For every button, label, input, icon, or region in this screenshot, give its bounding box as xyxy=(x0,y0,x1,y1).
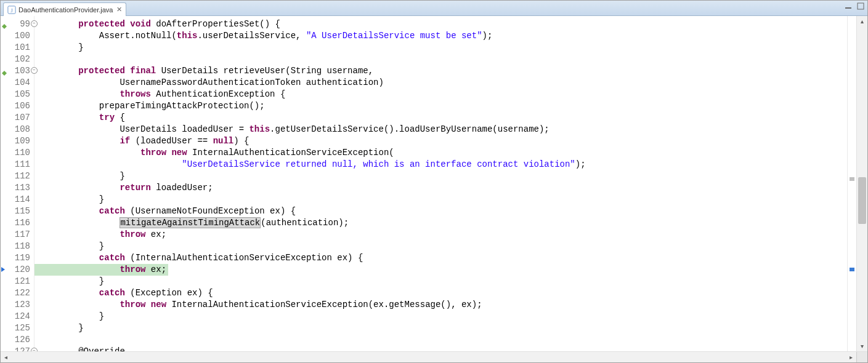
code-line[interactable]: return loadedUser; xyxy=(34,182,847,194)
minimize-view-icon[interactable] xyxy=(844,2,853,10)
editor-tab[interactable]: J DaoAuthenticationProvider.java ✕ xyxy=(3,2,126,16)
code-line[interactable]: } xyxy=(34,322,847,334)
line-number[interactable]: 119 xyxy=(1,252,34,264)
line-number[interactable]: 105 xyxy=(1,89,34,100)
override-marker-icon xyxy=(2,68,7,73)
line-number[interactable]: 114 xyxy=(1,194,34,205)
horizontal-scrollbar[interactable]: ◂ ▸ xyxy=(1,351,867,362)
code-line[interactable]: catch (UsernameNotFoundException ex) { xyxy=(34,205,847,217)
code-line[interactable]: } xyxy=(34,42,847,54)
line-number[interactable]: 109 xyxy=(1,135,34,147)
code-line[interactable]: } xyxy=(34,170,847,182)
tab-bar: J DaoAuthenticationProvider.java ✕ xyxy=(1,1,867,16)
code-line[interactable]: mitigateAgainstTimingAttack(authenticati… xyxy=(34,217,847,229)
line-number[interactable]: 122 xyxy=(1,287,34,299)
code-line[interactable]: "UserDetailsService returned null, which… xyxy=(34,159,847,170)
overview-ruler[interactable] xyxy=(847,16,856,351)
code-line[interactable]: throws AuthenticationException { xyxy=(34,89,847,100)
code-area[interactable]: protected void doAfterPropertiesSet() { … xyxy=(34,16,847,351)
code-line[interactable]: } xyxy=(34,311,847,322)
line-number[interactable]: 110 xyxy=(1,147,34,159)
editor-window-controls xyxy=(844,2,865,10)
code-line[interactable]: throw new InternalAuthenticationServiceE… xyxy=(34,147,847,159)
line-number[interactable]: 112 xyxy=(1,170,34,182)
line-number[interactable]: 99− xyxy=(1,18,34,30)
occurrence-highlight: mitigateAgainstTimingAttack xyxy=(120,217,261,228)
svg-marker-4 xyxy=(2,24,7,29)
code-line[interactable]: prepareTimingAttackProtection(); xyxy=(34,100,847,112)
tab-filename: DaoAuthenticationProvider.java xyxy=(18,6,113,14)
line-number[interactable]: 116 xyxy=(1,217,34,229)
code-line[interactable]: UserDetails loadedUser = this.getUserDet… xyxy=(34,124,847,135)
code-line[interactable]: protected void doAfterPropertiesSet() { xyxy=(34,18,847,30)
scroll-down-arrow-icon[interactable]: ▾ xyxy=(857,341,867,351)
scroll-left-arrow-icon[interactable]: ◂ xyxy=(1,352,11,362)
code-line[interactable]: protected final UserDetails retrieveUser… xyxy=(34,65,847,77)
current-execution-line: throw ex; xyxy=(34,264,168,276)
line-number[interactable]: 125 xyxy=(1,322,34,334)
line-number[interactable]: 100 xyxy=(1,30,34,42)
line-number[interactable]: 106 xyxy=(1,100,34,112)
overview-mark[interactable] xyxy=(850,268,854,271)
overview-mark[interactable] xyxy=(850,177,854,181)
line-number[interactable]: 127− xyxy=(1,346,34,351)
scroll-up-arrow-icon[interactable]: ▴ xyxy=(857,16,867,26)
svg-rect-3 xyxy=(858,3,864,9)
line-number-gutter[interactable]: 99−100101102103−104105106107108109110111… xyxy=(1,16,34,351)
line-number[interactable]: 121 xyxy=(1,276,34,287)
code-line[interactable]: } xyxy=(34,194,847,205)
scrollbar-corner xyxy=(856,352,867,362)
line-number[interactable]: 103− xyxy=(1,65,34,77)
editor-body: 99−100101102103−104105106107108109110111… xyxy=(1,16,867,351)
line-number[interactable]: 111 xyxy=(1,159,34,170)
vertical-scrollbar[interactable]: ▴ ▾ xyxy=(856,16,867,351)
line-number[interactable]: 108 xyxy=(1,124,34,135)
vertical-scroll-thumb[interactable] xyxy=(858,177,866,224)
code-line[interactable]: } xyxy=(34,276,847,287)
line-number[interactable]: 102 xyxy=(1,54,34,65)
code-line[interactable]: throw ex; xyxy=(34,229,847,241)
override-marker-icon xyxy=(2,21,7,26)
code-line[interactable]: if (loadedUser == null) { xyxy=(34,135,847,147)
line-number[interactable]: 104 xyxy=(1,77,34,89)
code-line[interactable] xyxy=(34,334,847,346)
code-line[interactable]: UsernamePasswordAuthenticationToken auth… xyxy=(34,77,847,89)
svg-rect-2 xyxy=(845,7,851,9)
editor-window: J DaoAuthenticationProvider.java ✕ 99−10… xyxy=(0,0,868,363)
close-tab-icon[interactable]: ✕ xyxy=(116,6,122,14)
code-line[interactable] xyxy=(34,54,847,65)
line-number[interactable]: 124 xyxy=(1,311,34,322)
line-number[interactable]: 101 xyxy=(1,42,34,54)
code-line[interactable]: @Override xyxy=(34,346,847,351)
java-file-icon: J xyxy=(7,6,16,14)
scroll-right-arrow-icon[interactable]: ▸ xyxy=(846,352,856,362)
line-number[interactable]: 115 xyxy=(1,205,34,217)
maximize-view-icon[interactable] xyxy=(856,2,865,10)
line-number[interactable]: 117 xyxy=(1,229,34,241)
svg-marker-5 xyxy=(2,71,7,76)
code-line[interactable]: catch (InternalAuthenticationServiceExce… xyxy=(34,252,847,264)
code-line[interactable]: catch (Exception ex) { xyxy=(34,287,847,299)
code-line[interactable]: } xyxy=(34,241,847,252)
line-number[interactable]: 126 xyxy=(1,334,34,346)
code-line[interactable]: Assert.notNull(this.userDetailsService, … xyxy=(34,30,847,42)
svg-text:J: J xyxy=(10,7,12,13)
code-line[interactable]: throw new InternalAuthenticationServiceE… xyxy=(34,299,847,311)
line-number[interactable]: 120 xyxy=(1,264,34,276)
line-number[interactable]: 123 xyxy=(1,299,34,311)
line-number[interactable]: 113 xyxy=(1,182,34,194)
line-number[interactable]: 118 xyxy=(1,241,34,252)
line-number[interactable]: 107 xyxy=(1,112,34,124)
code-line[interactable]: try { xyxy=(34,112,847,124)
